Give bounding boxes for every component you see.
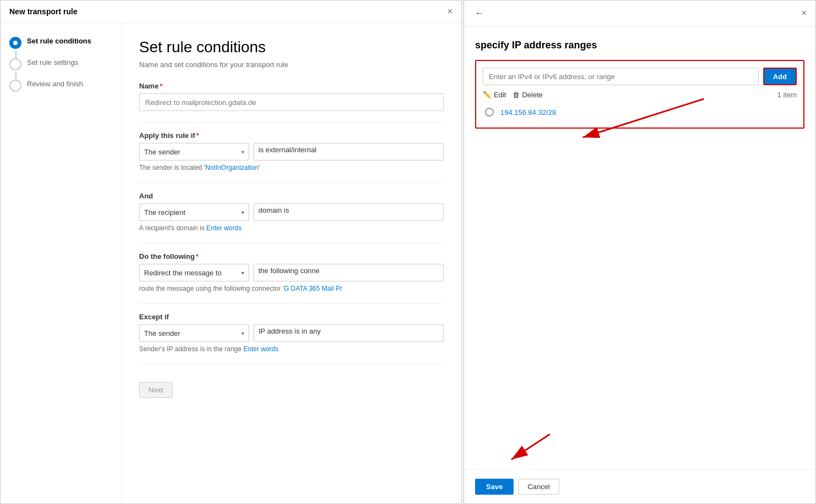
ip-panel-title: specify IP address ranges: [475, 40, 804, 51]
ip-list-item[interactable]: 194.156.84.32/28: [483, 103, 797, 121]
except-select-chevron: ▾: [241, 330, 244, 336]
and-hint: A recipient's domain is Enter words: [139, 224, 444, 232]
back-button[interactable]: ←: [473, 7, 486, 19]
page-description: Name and set conditions for your transpo…: [139, 60, 444, 69]
apply-hint: The sender is located 'NotInOrganization…: [139, 164, 444, 171]
delete-icon: 🗑: [512, 91, 520, 99]
except-value[interactable]: IP address is in any: [253, 324, 444, 342]
do-following-label: Do the following*: [139, 252, 444, 261]
step-label-1: Set rule conditions: [27, 36, 91, 46]
apply-rule-row: The sender ▾ is external/internal: [139, 143, 444, 160]
except-if-row: The sender ▾ IP address is in any: [139, 324, 444, 342]
except-hint: Sender's IP address is in the range Ente…: [139, 345, 444, 353]
cancel-button[interactable]: Cancel: [518, 479, 559, 495]
ip-panel-close-button[interactable]: ×: [802, 9, 807, 18]
and-value[interactable]: domain is: [253, 203, 444, 221]
sidebar: Set rule conditions Set rule settings Re…: [1, 23, 122, 503]
except-hint-link[interactable]: Enter words: [244, 345, 279, 353]
ip-toolbar-left: ✏️ Edit 🗑 Delete: [483, 91, 543, 99]
dialog-title-bar: New transport rule ×: [1, 1, 461, 23]
ip-input-row: Add: [483, 68, 797, 85]
step-set-rule-conditions[interactable]: Set rule conditions: [9, 36, 112, 49]
ip-content-box: Add ✏️ Edit 🗑 Delete 1 item 194.15: [475, 60, 804, 129]
name-field-group: Name*: [139, 82, 444, 111]
step-circle-1: [9, 37, 21, 49]
apply-select-chevron: ▾: [241, 149, 244, 155]
and-select[interactable]: The recipient ▾: [139, 203, 249, 221]
main-dialog: New transport rule × Set rule conditions…: [0, 0, 462, 504]
ip-address-text: 194.156.84.32/28: [500, 108, 556, 117]
step-review-and-finish[interactable]: Review and finish: [9, 79, 112, 92]
ip-panel: ← × specify IP address ranges Add ✏️ Edi…: [464, 0, 816, 504]
apply-select[interactable]: The sender ▾: [139, 143, 249, 160]
divider-2: [139, 182, 444, 183]
divider-5: [139, 364, 444, 364]
main-content: Set rule conditions Name and set conditi…: [122, 23, 461, 503]
except-if-group: Except if The sender ▾ IP address is in …: [139, 313, 444, 353]
delete-button[interactable]: 🗑 Delete: [512, 91, 543, 99]
name-input[interactable]: [139, 93, 444, 111]
ip-panel-header: ← ×: [464, 1, 815, 26]
divider-3: [139, 243, 444, 243]
divider-4: [139, 303, 444, 304]
step-label-2: Set rule settings: [27, 58, 78, 68]
add-ip-button[interactable]: Add: [763, 68, 797, 85]
divider-1: [139, 122, 444, 123]
apply-rule-group: Apply this rule if* The sender ▾ is exte…: [139, 131, 444, 171]
ip-text-input[interactable]: [483, 68, 759, 85]
do-following-row: Redirect the message to ▾ the following …: [139, 264, 444, 281]
dialog-body: Set rule conditions Set rule settings Re…: [1, 23, 461, 503]
except-if-label: Except if: [139, 313, 444, 321]
edit-icon: ✏️: [483, 91, 492, 99]
do-select[interactable]: Redirect the message to ▾: [139, 264, 249, 281]
save-button[interactable]: Save: [475, 479, 514, 495]
and-row: The recipient ▾ domain is: [139, 203, 444, 221]
step-circle-3: [9, 80, 21, 92]
step-label-3: Review and finish: [27, 79, 83, 89]
apply-hint-link[interactable]: 'NotInOrganization': [204, 164, 260, 171]
apply-value[interactable]: is external/internal: [253, 143, 444, 160]
apply-rule-label: Apply this rule if*: [139, 131, 444, 140]
step-set-rule-settings[interactable]: Set rule settings: [9, 58, 112, 70]
do-hint-link[interactable]: G DATA 365 Mail Pr: [284, 285, 342, 292]
and-hint-link[interactable]: Enter words: [206, 224, 241, 232]
and-select-chevron: ▾: [241, 209, 244, 215]
and-label: And: [139, 192, 444, 200]
ip-radio[interactable]: [485, 108, 494, 117]
step-circle-2: [9, 58, 21, 70]
name-label: Name*: [139, 82, 444, 90]
item-count: 1 item: [778, 91, 797, 99]
next-button[interactable]: Next: [139, 382, 173, 398]
and-group: And The recipient ▾ domain is A recipien…: [139, 192, 444, 232]
except-select[interactable]: The sender ▾: [139, 324, 249, 342]
ip-panel-body: specify IP address ranges Add ✏️ Edit 🗑 …: [464, 26, 815, 469]
page-title: Set rule conditions: [139, 38, 444, 56]
do-following-group: Do the following* Redirect the message t…: [139, 252, 444, 292]
ip-toolbar: ✏️ Edit 🗑 Delete 1 item: [483, 91, 797, 99]
edit-button[interactable]: ✏️ Edit: [483, 91, 506, 99]
ip-panel-footer: Save Cancel: [464, 469, 815, 503]
do-value[interactable]: the following conne: [253, 264, 444, 281]
dialog-title: New transport rule: [9, 7, 78, 16]
do-hint: route the message using the following co…: [139, 285, 444, 292]
do-select-chevron: ▾: [241, 270, 244, 276]
main-close-button[interactable]: ×: [448, 7, 453, 16]
